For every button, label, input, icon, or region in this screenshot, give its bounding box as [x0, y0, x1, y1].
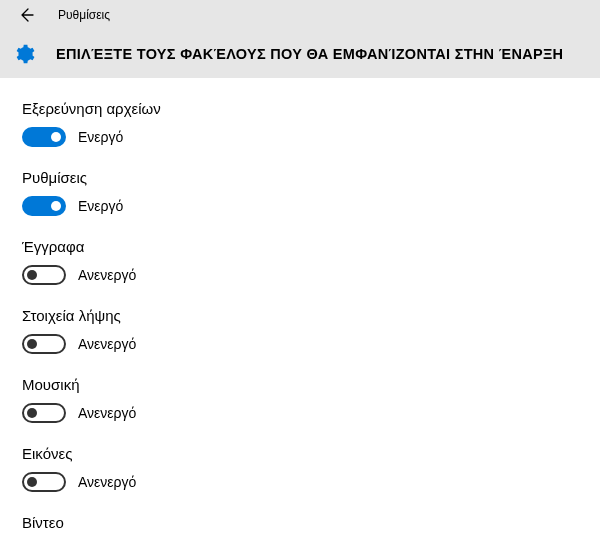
- setting-item: ΈγγραφαΑνενεργό: [22, 238, 600, 285]
- toggle-row: Ανενεργό: [22, 265, 600, 285]
- setting-label: Βίντεο: [22, 514, 600, 531]
- setting-label: Ρυθμίσεις: [22, 169, 600, 186]
- toggle-switch[interactable]: [22, 334, 66, 354]
- arrow-left-icon: [18, 7, 34, 23]
- toggle-state-label: Ανενεργό: [78, 474, 136, 490]
- toggle-knob: [51, 132, 61, 142]
- setting-item: ΜουσικήΑνενεργό: [22, 376, 600, 423]
- setting-item: ΒίντεοΑνενεργό: [22, 514, 600, 538]
- toggle-switch[interactable]: [22, 127, 66, 147]
- setting-label: Εικόνες: [22, 445, 600, 462]
- gear-icon: [13, 43, 35, 65]
- setting-item: ΡυθμίσειςΕνεργό: [22, 169, 600, 216]
- app-title: Ρυθμίσεις: [58, 8, 110, 22]
- toggle-state-label: Ανενεργό: [78, 267, 136, 283]
- toggle-switch[interactable]: [22, 472, 66, 492]
- setting-label: Εξερεύνηση αρχείων: [22, 100, 600, 117]
- toggle-knob: [27, 270, 37, 280]
- toggle-row: Ανενεργό: [22, 472, 600, 492]
- page-title: ΕΠΙΛΈΞΤΕ ΤΟΥΣ ΦΑΚΈΛΟΥΣ ΠΟΥ ΘΑ ΕΜΦΑΝΊΖΟΝΤ…: [56, 46, 563, 62]
- toggle-row: Ανενεργό: [22, 403, 600, 423]
- toggle-knob: [27, 408, 37, 418]
- toggle-state-label: Ενεργό: [78, 198, 123, 214]
- setting-label: Στοιχεία λήψης: [22, 307, 600, 324]
- setting-label: Έγγραφα: [22, 238, 600, 255]
- toggle-switch[interactable]: [22, 265, 66, 285]
- toggle-switch[interactable]: [22, 196, 66, 216]
- header-main-row: ΕΠΙΛΈΞΤΕ ΤΟΥΣ ΦΑΚΈΛΟΥΣ ΠΟΥ ΘΑ ΕΜΦΑΝΊΖΟΝΤ…: [0, 30, 600, 78]
- toggle-knob: [51, 201, 61, 211]
- header-bar: Ρυθμίσεις ΕΠΙΛΈΞΤΕ ΤΟΥΣ ΦΑΚΈΛΟΥΣ ΠΟΥ ΘΑ …: [0, 0, 600, 78]
- setting-item: ΕικόνεςΑνενεργό: [22, 445, 600, 492]
- toggle-switch[interactable]: [22, 403, 66, 423]
- toggle-row: Ανενεργό: [22, 334, 600, 354]
- gear-icon-wrap: [10, 40, 38, 68]
- settings-list: Εξερεύνηση αρχείωνΕνεργόΡυθμίσειςΕνεργόΈ…: [0, 78, 600, 538]
- setting-item: Στοιχεία λήψηςΑνενεργό: [22, 307, 600, 354]
- toggle-state-label: Ανενεργό: [78, 336, 136, 352]
- toggle-state-label: Ενεργό: [78, 129, 123, 145]
- setting-label: Μουσική: [22, 376, 600, 393]
- back-button[interactable]: [14, 3, 38, 27]
- toggle-knob: [27, 339, 37, 349]
- header-top-row: Ρυθμίσεις: [0, 0, 600, 30]
- toggle-row: Ενεργό: [22, 127, 600, 147]
- toggle-state-label: Ανενεργό: [78, 405, 136, 421]
- toggle-knob: [27, 477, 37, 487]
- setting-item: Εξερεύνηση αρχείωνΕνεργό: [22, 100, 600, 147]
- toggle-row: Ενεργό: [22, 196, 600, 216]
